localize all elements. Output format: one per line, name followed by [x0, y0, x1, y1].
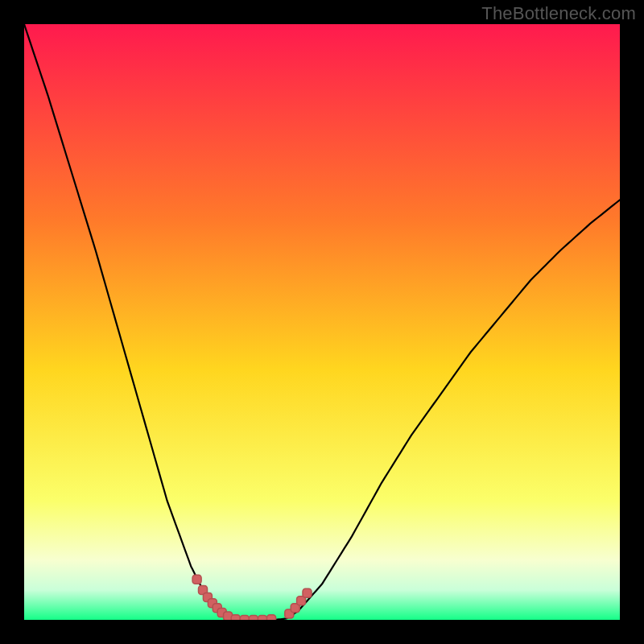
highlight-marker — [258, 616, 267, 621]
highlight-marker — [303, 588, 312, 597]
watermark-text: TheBottleneck.com — [481, 3, 636, 24]
chart-frame: TheBottleneck.com — [0, 0, 644, 644]
highlight-marker — [231, 615, 240, 620]
highlight-marker — [267, 615, 276, 620]
highlight-marker — [249, 616, 258, 621]
highlight-marker — [240, 616, 249, 621]
plot-area — [24, 24, 620, 620]
gradient-background — [24, 24, 620, 620]
highlight-marker — [192, 575, 201, 584]
bottleneck-chart — [24, 24, 620, 620]
